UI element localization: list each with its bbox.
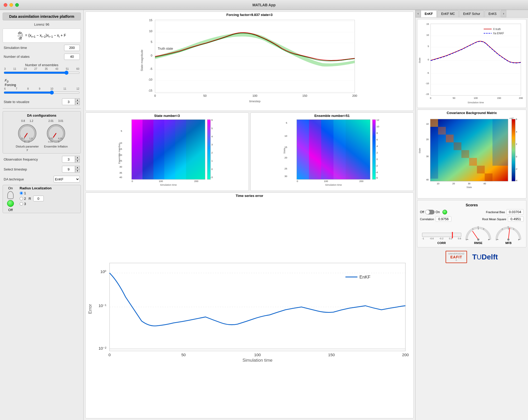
svg-text:Ensemble member: Ensemble member [118, 143, 121, 164]
svg-rect-68 [346, 120, 370, 179]
radio-3[interactable] [20, 202, 23, 206]
ensemble-slider[interactable] [4, 70, 80, 75]
svg-text:-4: -4 [375, 171, 378, 174]
svg-text:3: 3 [483, 228, 484, 230]
disturb-knob[interactable]: 0.4 1.6 0 2 [17, 123, 38, 144]
ensemble-ticks: 3 11 19 27 35 43 51 60 [4, 67, 80, 70]
svg-text:20: 20 [452, 182, 455, 185]
tab-enkf-mc[interactable]: EnKF MC [437, 10, 459, 17]
svg-rect-38 [164, 120, 175, 179]
svg-rect-54 [207, 120, 210, 179]
tab-enks[interactable]: EnKS [485, 10, 501, 17]
svg-line-167 [473, 231, 478, 240]
timestep-spinner: ▲ ▼ [62, 166, 80, 173]
mfb-gauge-label: MFB [505, 241, 512, 245]
off-label: Off [8, 208, 13, 212]
ensemble-slider-section: Number of ensembles 3 11 19 27 35 43 51 … [3, 62, 81, 76]
timestep-up[interactable]: ▲ [75, 166, 80, 169]
scores-title: Scores [420, 203, 524, 207]
da-config-title: DA configurations [5, 113, 78, 117]
svg-rect-137 [438, 127, 446, 135]
svg-text:-15: -15 [148, 89, 152, 92]
maximize-button[interactable] [15, 3, 19, 7]
logos-row: UNIVERSIDAD EAFIT ® TUDelft [415, 248, 528, 266]
scores-green-indicator [442, 210, 447, 214]
tab-left-arrow[interactable]: ‹ [415, 10, 421, 17]
tab-right-arrow[interactable]: › [501, 10, 506, 17]
ensemble-heatmap: Ensemble number=51 [250, 112, 414, 191]
svg-text:0: 0 [428, 58, 429, 61]
radio-1[interactable] [20, 191, 23, 195]
inflation-knob[interactable]: 1.01 4.01 0.01 5 [46, 123, 66, 144]
svg-text:1: 1 [211, 160, 213, 162]
r-input[interactable] [33, 196, 44, 201]
radio-2-row: 2 R [20, 196, 80, 201]
green-indicator [7, 200, 14, 207]
svg-text:10: 10 [149, 30, 153, 33]
svg-rect-136 [430, 119, 438, 127]
svg-text:0: 0 [516, 155, 517, 158]
eafit-logo: UNIVERSIDAD EAFIT ® [446, 251, 467, 263]
minimize-button[interactable] [9, 3, 13, 7]
timestep-input[interactable] [62, 166, 75, 173]
state-vis-up[interactable]: ▲ [75, 98, 80, 102]
fb-label: Fractional Bias [486, 211, 505, 214]
tab-enkf-schur[interactable]: EnKF Schur [459, 10, 484, 17]
svg-text:X truth: X truth [493, 28, 501, 31]
y-axis-label: State magnitude [140, 50, 143, 71]
svg-text:150: 150 [497, 97, 501, 99]
num-states-input[interactable] [64, 54, 80, 60]
obs-freq-down[interactable]: ▼ [75, 159, 80, 163]
da-config-box: DA configurations 0.8 1.2 0.4 1.6 0 [3, 111, 81, 154]
inflation-top-labels: 2.01 3.01 [48, 120, 63, 122]
state-vis-down[interactable]: ▼ [75, 102, 80, 105]
tab-enkf[interactable]: EnKF [421, 10, 437, 17]
svg-text:-2: -2 [515, 168, 517, 170]
svg-text:40: 40 [484, 182, 486, 185]
svg-text:1: 1 [472, 228, 474, 230]
svg-text:5: 5 [121, 130, 122, 132]
center-panel: Forcing factor=9.837 state=3 15 10 5 0 -… [84, 10, 415, 420]
timestep-down[interactable]: ▼ [75, 169, 80, 173]
svg-text:2: 2 [211, 151, 213, 154]
corr-label: Correlation [420, 218, 434, 221]
svg-text:25: 25 [284, 167, 287, 170]
da-technique-select[interactable]: EnKF EnKF MC EnKF Schur EnKS [54, 176, 80, 183]
radio-1-row: 1 [20, 191, 80, 195]
svg-rect-156 [512, 119, 515, 181]
svg-text:State: State [467, 186, 472, 189]
radio-2[interactable] [20, 197, 23, 200]
off-toggle-label: Off [420, 210, 424, 214]
svg-text:100: 100 [474, 97, 478, 99]
svg-text:50: 50 [203, 94, 207, 97]
obs-freq-up[interactable]: ▲ [75, 156, 80, 159]
knobs-row: 0.8 1.2 0.4 1.6 0 2 Disturb parameter [5, 120, 78, 151]
obs-freq-input[interactable] [62, 156, 75, 163]
svg-text:35: 35 [119, 172, 122, 174]
svg-text:200: 200 [402, 353, 409, 357]
svg-text:200: 200 [352, 94, 357, 97]
state-vis-input[interactable] [62, 98, 75, 105]
window-controls[interactable] [4, 3, 19, 7]
svg-text:15: 15 [149, 19, 153, 22]
simulation-time-row: Simulation time [3, 44, 81, 52]
error-chart-title: Time series error [86, 193, 413, 198]
close-button[interactable] [4, 3, 7, 7]
state-heatmap-title: State number=3 [86, 113, 249, 118]
app-title: MATLAB App [252, 3, 276, 7]
svg-text:0: 0 [151, 54, 152, 57]
forcing-slider[interactable] [4, 90, 80, 95]
svg-text:50: 50 [453, 97, 455, 99]
svg-text:2: 2 [516, 143, 517, 145]
toggle-switch[interactable]: Off On [420, 210, 447, 214]
simulation-time-input[interactable] [64, 45, 80, 51]
svg-text:1: 1 [513, 228, 514, 230]
svg-text:5: 5 [211, 127, 213, 130]
svg-rect-144 [430, 127, 438, 179]
toggle-track[interactable] [425, 210, 435, 214]
svg-text:0: 0 [108, 353, 111, 357]
svg-text:200: 200 [359, 180, 363, 183]
svg-text:40: 40 [426, 178, 429, 181]
state-vis-row: State to visualize ▲ ▼ [3, 98, 81, 106]
svg-text:150: 150 [328, 353, 335, 357]
